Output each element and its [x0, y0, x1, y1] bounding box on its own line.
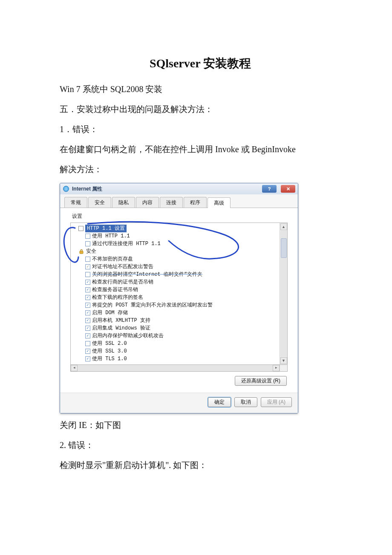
item-cert-mismatch[interactable]: 对证书地址不匹配发出警告: [78, 263, 280, 271]
item-label: 使用 TLS 1.0: [92, 355, 127, 363]
tab-strip: 常规 安全 隐私 内容 连接 程序 高级: [60, 194, 298, 208]
item-label: 使用 HTTP 1.1: [92, 232, 130, 240]
item-post-redirect[interactable]: 将提交的 POST 重定向到不允许发送的区域时发出警: [78, 301, 280, 309]
scroll-thumb[interactable]: [281, 238, 287, 258]
checkbox-icon[interactable]: [85, 356, 90, 361]
checkbox-icon[interactable]: [85, 310, 90, 315]
checkbox-icon[interactable]: [85, 333, 90, 338]
restore-row: 还原高级设置 (R): [66, 372, 292, 390]
doc-paragraph: 2. 错误：: [60, 439, 341, 452]
checkbox-icon[interactable]: [85, 349, 90, 354]
item-label: 启用内存保护帮助减少联机攻击: [92, 332, 164, 340]
group-http: HTTP 1.1 设置: [78, 225, 280, 232]
settings-heading: 设置: [72, 213, 292, 220]
checkbox-icon[interactable]: [85, 326, 90, 331]
ok-button[interactable]: 确定: [208, 397, 231, 407]
restore-advanced-button[interactable]: 还原高级设置 (R): [235, 376, 287, 386]
item-label: 使用 SSL 3.0: [92, 347, 127, 355]
tab-privacy[interactable]: 隐私: [112, 197, 135, 208]
scroll-right-icon[interactable]: ▸: [273, 365, 280, 371]
item-mem-protect[interactable]: 启用内存保护帮助减少联机攻击: [78, 332, 280, 340]
dialog-title: Internet 属性: [72, 185, 102, 193]
item-http-use11[interactable]: 使用 HTTP 1.1: [78, 232, 280, 240]
item-label: 检查下载的程序的签名: [92, 294, 143, 301]
doc-paragraph: 在创建窗口句柄之前，不能在控件上调用 Invoke 或 BeginInvoke: [60, 143, 341, 156]
doc-body: Win 7 系统中 SQL2008 安装 五．安装过称中出现的问题及解决方法： …: [60, 83, 341, 472]
doc-paragraph: 检测时显示"重新启动计算机". 如下图：: [60, 459, 341, 472]
item-dom-storage[interactable]: 启用 DOM 存储: [78, 309, 280, 317]
svg-rect-1: [80, 251, 83, 254]
item-http-proxy11[interactable]: 通过代理连接使用 HTTP 1.1: [78, 240, 280, 248]
doc-paragraph: 1．错误：: [60, 123, 341, 136]
item-xmlhttp[interactable]: 启用本机 XMLHTTP 支持: [78, 317, 280, 324]
item-srv-revoke[interactable]: 检查服务器证书吊销: [78, 286, 280, 294]
tab-connections[interactable]: 连接: [160, 197, 183, 208]
checkbox-icon[interactable]: [85, 287, 90, 292]
group-http-label: HTTP 1.1 设置: [85, 225, 127, 232]
item-label: 检查服务器证书吊销: [92, 286, 138, 294]
document-page: SQlserver 安装教程 Win 7 系统中 SQL2008 安装 五．安装…: [0, 0, 392, 472]
tab-content[interactable]: 内容: [136, 197, 159, 208]
doc-title: SQlserver 安装教程: [60, 55, 341, 72]
checkbox-icon[interactable]: [85, 303, 90, 308]
horizontal-scrollbar[interactable]: ◂ ▸: [70, 365, 288, 372]
checkbox-icon[interactable]: [85, 234, 90, 239]
close-button[interactable]: ✕: [281, 185, 295, 193]
page-icon: [78, 226, 84, 231]
tab-advanced[interactable]: 高级: [208, 197, 231, 208]
checkbox-icon[interactable]: [85, 241, 90, 246]
checkbox-icon[interactable]: [85, 318, 90, 323]
checkbox-icon[interactable]: [85, 341, 90, 346]
tab-security[interactable]: 安全: [88, 197, 111, 208]
scroll-up-icon[interactable]: ▲: [280, 223, 287, 230]
checkbox-icon[interactable]: [85, 280, 90, 285]
item-label: 使用 SSL 2.0: [92, 340, 127, 347]
item-ssl30[interactable]: 使用 SSL 3.0: [78, 347, 280, 355]
item-tls10[interactable]: 使用 TLS 1.0: [78, 355, 280, 363]
settings-tree-wrap: HTTP 1.1 设置 使用 HTTP 1.1 通过代理连接使用 HTTP 1.…: [70, 223, 288, 365]
checkbox-icon[interactable]: [85, 264, 90, 269]
cancel-button[interactable]: 取消: [234, 397, 257, 407]
item-clear-temp[interactable]: 关闭浏览器时清空“Internet 临时文件”文件夹: [78, 271, 280, 278]
checkbox-icon[interactable]: [85, 295, 90, 300]
item-label: 启用集成 Windows 验证: [92, 324, 150, 332]
tab-general[interactable]: 常规: [64, 197, 87, 208]
doc-paragraph: 解决方法：: [60, 163, 341, 176]
item-label: 关闭浏览器时清空“Internet 临时文件”文件夹: [92, 271, 202, 278]
item-label: 启用本机 XMLHTTP 支持: [92, 317, 150, 324]
item-label: 将提交的 POST 重定向到不允许发送的区域时发出警: [92, 301, 213, 309]
item-iwa[interactable]: 启用集成 Windows 验证: [78, 324, 280, 332]
help-button[interactable]: ?: [262, 185, 277, 193]
doc-paragraph: 五．安装过称中出现的问题及解决方法：: [60, 103, 341, 116]
checkbox-icon[interactable]: [85, 257, 90, 262]
scroll-down-icon[interactable]: ▼: [280, 357, 287, 364]
lock-icon: [78, 249, 84, 254]
item-label: 对证书地址不匹配发出警告: [92, 263, 153, 271]
vertical-scrollbar[interactable]: ▲ ▼: [280, 223, 287, 364]
item-dl-sign[interactable]: 检查下载的程序的签名: [78, 294, 280, 301]
item-label: 启用 DOM 存储: [92, 309, 128, 317]
item-label: 检查发行商的证书是否吊销: [92, 278, 153, 286]
group-security-label: 安全: [86, 248, 96, 255]
item-label: 不将加密的页存盘: [92, 255, 133, 263]
scroll-track[interactable]: [280, 231, 287, 357]
tab-programs[interactable]: 程序: [184, 197, 207, 208]
scroll-left-icon[interactable]: ◂: [71, 365, 78, 371]
dialog-action-bar: 确定 取消 应用 (A): [60, 393, 298, 413]
checkbox-icon[interactable]: [85, 272, 90, 277]
item-no-cache-enc[interactable]: 不将加密的页存盘: [78, 255, 280, 263]
advanced-panel: 设置 HTTP 1.1 设置: [60, 208, 298, 393]
internet-options-icon: [63, 185, 69, 192]
doc-paragraph: Win 7 系统中 SQL2008 安装: [60, 83, 341, 96]
doc-paragraph: 关闭 IE：如下图: [60, 419, 341, 432]
group-security: 安全: [78, 248, 280, 255]
item-label: 通过代理连接使用 HTTP 1.1: [92, 240, 161, 248]
apply-button[interactable]: 应用 (A): [261, 397, 292, 407]
dialog-titlebar[interactable]: Internet 属性 ? ✕: [60, 183, 298, 194]
settings-tree[interactable]: HTTP 1.1 设置 使用 HTTP 1.1 通过代理连接使用 HTTP 1.…: [71, 223, 280, 364]
scroll-track[interactable]: [78, 365, 273, 371]
item-ssl20[interactable]: 使用 SSL 2.0: [78, 340, 280, 347]
item-pub-revoke[interactable]: 检查发行商的证书是否吊销: [78, 278, 280, 286]
internet-properties-dialog: Internet 属性 ? ✕ 常规 安全 隐私 内容 连接 程序 高级 设置: [60, 183, 298, 413]
